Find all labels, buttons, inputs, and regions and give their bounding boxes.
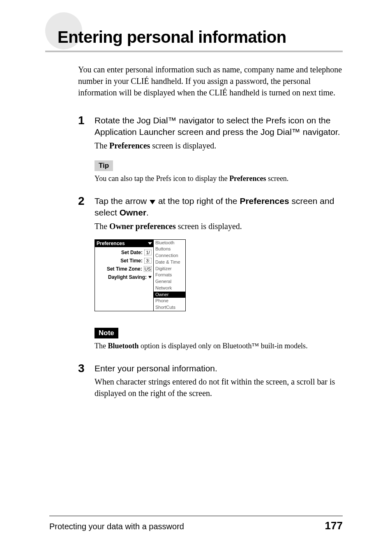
step-2-instruction: Tap the arrow at the top right of the Pr… bbox=[95, 195, 343, 219]
value[interactable]: 1/ bbox=[144, 250, 152, 255]
step-1-result: The Preferences screen is displayed. bbox=[95, 140, 343, 151]
bold-text: Preferences bbox=[109, 141, 150, 150]
value[interactable]: 3: bbox=[144, 258, 152, 264]
note-text: The Bluetooth option is displayed only o… bbox=[95, 341, 343, 351]
palm-menu-item[interactable]: Owner bbox=[154, 292, 185, 298]
palm-menu-item[interactable]: Formats bbox=[154, 272, 185, 278]
intro-paragraph: You can enter personal information such … bbox=[78, 64, 343, 98]
step-2-result: The Owner preferences screen is displaye… bbox=[95, 220, 343, 232]
embedded-screenshot: Preferences Set Date: 1/ Set Time: bbox=[95, 239, 343, 311]
label: Set Time: bbox=[120, 258, 143, 264]
note-label: Note bbox=[95, 328, 118, 338]
bold-text: Owner preferences bbox=[109, 222, 176, 231]
dropdown-arrow-icon[interactable] bbox=[148, 242, 152, 245]
bold-text: Preferences bbox=[229, 174, 266, 183]
tip-label: Tip bbox=[95, 160, 113, 171]
value[interactable]: US bbox=[144, 266, 152, 272]
palm-menu-item[interactable]: Buttons bbox=[154, 246, 185, 253]
step-number: 3 bbox=[78, 363, 95, 399]
palm-row-timezone: Set Time Zone: US bbox=[97, 266, 152, 272]
footer-section-title: Protecting your data with a password bbox=[49, 522, 184, 531]
palm-titlebar: Preferences bbox=[95, 240, 153, 247]
step-number: 1 bbox=[78, 115, 95, 184]
palm-window: Preferences Set Date: 1/ Set Time: bbox=[95, 239, 186, 311]
tip-text: You can also tap the Prefs icon to displ… bbox=[95, 174, 343, 184]
text: The bbox=[95, 222, 109, 231]
palm-menu-item[interactable]: Digitizer bbox=[154, 266, 185, 272]
label: Set Time Zone: bbox=[107, 266, 142, 272]
chapter-title: Entering personal information bbox=[58, 28, 343, 46]
palm-menu-item[interactable]: ShortCuts bbox=[154, 304, 185, 311]
text: You can also tap the Prefs icon to displ… bbox=[95, 174, 229, 183]
text: at the top right of the bbox=[156, 196, 240, 206]
text: screen is displayed. bbox=[176, 222, 242, 231]
title-rule bbox=[45, 51, 343, 52]
palm-menu-item[interactable]: Network bbox=[154, 285, 185, 292]
page-footer: Protecting your data with a password 177 bbox=[49, 516, 343, 532]
palm-row-date: Set Date: 1/ bbox=[97, 250, 152, 255]
step-3-result: When character strings entered do not fi… bbox=[95, 376, 343, 399]
palm-row-time: Set Time: 3: bbox=[97, 258, 152, 264]
palm-menu-item[interactable]: Phone bbox=[154, 298, 185, 304]
down-triangle-icon bbox=[150, 200, 155, 204]
page-number: 177 bbox=[325, 519, 343, 532]
label: Set Date: bbox=[121, 250, 143, 255]
text: screen is displayed. bbox=[150, 141, 216, 150]
step-3: 3 Enter your personal information. When … bbox=[78, 363, 343, 399]
palm-row-daylight: Daylight Saving: bbox=[97, 274, 152, 280]
text: The bbox=[95, 342, 108, 350]
text: Tap the arrow bbox=[95, 196, 149, 206]
bold-text: Owner bbox=[120, 208, 146, 217]
text: screen. bbox=[266, 174, 288, 183]
footer-rule bbox=[49, 516, 343, 516]
text: . bbox=[146, 208, 149, 217]
step-number: 2 bbox=[78, 195, 95, 351]
palm-title: Preferences bbox=[97, 241, 125, 246]
palm-dropdown-menu[interactable]: BluetoothButtonsConnectionDate & TimeDig… bbox=[153, 240, 185, 311]
chevron-down-icon[interactable] bbox=[148, 276, 152, 278]
palm-menu-item[interactable]: Bluetooth bbox=[154, 240, 185, 246]
step-1-instruction: Rotate the Jog Dial™ navigator to select… bbox=[95, 115, 343, 138]
step-2: 2 Tap the arrow at the top right of the … bbox=[78, 195, 343, 351]
step-1: 1 Rotate the Jog Dial™ navigator to sele… bbox=[78, 115, 343, 184]
bold-text: Preferences bbox=[240, 196, 289, 206]
text: The bbox=[95, 141, 109, 150]
palm-menu-item[interactable]: General bbox=[154, 278, 185, 285]
label: Daylight Saving: bbox=[108, 274, 147, 280]
palm-menu-item[interactable]: Connection bbox=[154, 253, 185, 259]
bold-text: Bluetooth bbox=[108, 342, 138, 350]
text: option is displayed only on Bluetooth™ b… bbox=[139, 342, 308, 350]
palm-menu-item[interactable]: Date & Time bbox=[154, 259, 185, 266]
step-3-instruction: Enter your personal information. bbox=[95, 363, 343, 374]
